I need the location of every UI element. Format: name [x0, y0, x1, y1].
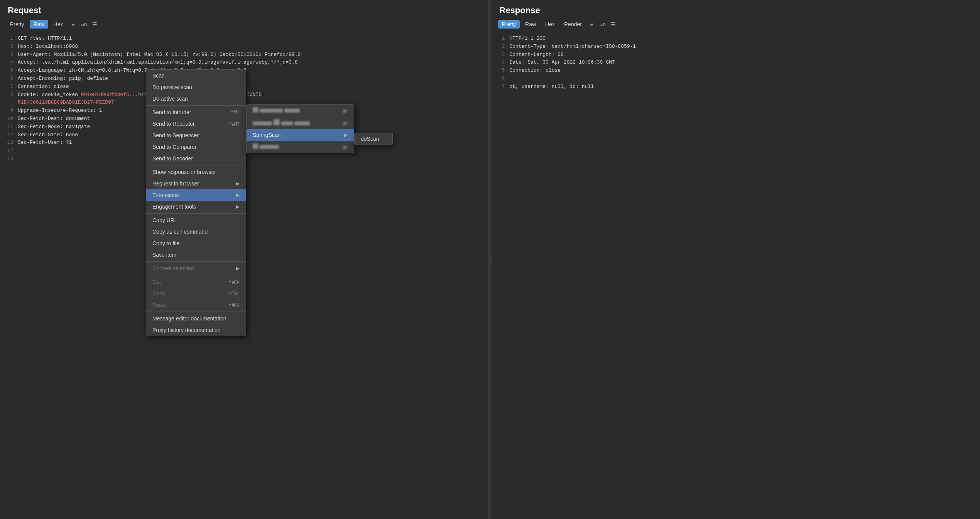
tab-raw-request[interactable]: Raw: [30, 20, 48, 29]
code-line: 4Date: Sat, 30 Apr 2022 10:06:30 GMT: [498, 59, 974, 67]
menu-item-extensions[interactable]: Extensions ▶: [146, 189, 246, 201]
menu-separator: [146, 165, 246, 165]
code-line: 2Content-Type: text/html;charset=ISO-885…: [498, 43, 974, 51]
menu-item-cut[interactable]: Cut ^⌘X: [146, 276, 246, 288]
menu-item-passive-scan[interactable]: Do passive scan: [146, 81, 246, 93]
code-line: 7ok, username: null, id: null: [498, 83, 974, 91]
menu-item-copy-file[interactable]: Copy to file: [146, 238, 246, 249]
submenu-arrow: ▶: [236, 204, 240, 209]
code-line: 6: [498, 75, 974, 83]
code-line: 4Accept: text/html,application/xhtml+xml…: [6, 59, 482, 67]
springscan-arrow: ▶: [344, 132, 348, 138]
menu-item-active-scan[interactable]: Do active scan: [146, 93, 246, 104]
menu-item-send-sequencer[interactable]: Send to Sequencer: [146, 130, 246, 141]
response-panel: Response Pretty Raw Hex Render ⇌ ↵n ☰ 1H…: [492, 0, 980, 519]
pretty-print-icon[interactable]: ⇌: [69, 21, 78, 28]
menu-icon[interactable]: ☰: [90, 21, 100, 28]
menu-response-icon[interactable]: ☰: [609, 21, 618, 28]
menu-item-request-browser[interactable]: Request in browser ▶: [146, 178, 246, 189]
main-layout: Request Pretty Raw Hex ⇌ ↵n ☰ 1GET /test…: [0, 0, 980, 519]
menu-item-send-intruder[interactable]: Send to Intruder ^⌘I: [146, 106, 246, 118]
request-title: Request: [0, 0, 488, 19]
menu-item-save-item[interactable]: Save item: [146, 249, 246, 261]
menu-separator: [146, 275, 246, 275]
context-menu: Scan Do passive scan Do active scan Send…: [146, 69, 246, 336]
submenu-arrow: ▶: [236, 192, 240, 198]
menu-item-proxy-history-docs[interactable]: Proxy history documentation: [146, 324, 246, 336]
menu-separator: [146, 261, 246, 262]
divider-dots: [490, 256, 491, 263]
divider-dot: [490, 262, 491, 263]
menu-item-doscan[interactable]: doScan: [355, 133, 392, 145]
tab-pretty-request[interactable]: Pretty: [6, 20, 28, 29]
tab-pretty-response[interactable]: Pretty: [498, 20, 520, 29]
menu-item-send-decoder[interactable]: Send to Decoder: [146, 153, 246, 164]
menu-item-copy-url[interactable]: Copy URL: [146, 214, 246, 226]
newline-icon[interactable]: ↵n: [79, 21, 89, 28]
submenu-arrow: ▶: [236, 181, 240, 186]
newline-response-icon[interactable]: ↵n: [598, 21, 607, 28]
divider-dot: [490, 259, 491, 260]
submenu-arrow: ▶: [236, 266, 240, 271]
panel-divider[interactable]: [489, 0, 492, 519]
extensions-item-blurred2: ▶: [247, 116, 354, 129]
response-title: Response: [492, 0, 980, 19]
response-toolbar: Pretty Raw Hex Render ⇌ ↵n ☰: [492, 19, 980, 32]
tab-hex-request[interactable]: Hex: [50, 20, 67, 29]
extensions-item-blurred3: ▶: [247, 141, 354, 153]
divider-dot: [490, 256, 491, 258]
menu-separator: [146, 312, 246, 312]
menu-item-message-editor-docs[interactable]: Message editor documentation: [146, 313, 246, 324]
menu-item-scan[interactable]: Scan: [146, 70, 246, 81]
extensions-item-blurred1: ▶: [247, 104, 354, 116]
menu-item-send-comparer[interactable]: Send to Comparer: [146, 141, 246, 153]
extensions-submenu: ▶ ▶ SpringScan ▶ ▶: [246, 104, 354, 153]
extensions-item-springscan[interactable]: SpringScan ▶: [247, 129, 354, 141]
tab-hex-response[interactable]: Hex: [541, 20, 559, 29]
request-toolbar: Pretty Raw Hex ⇌ ↵n ☰: [0, 19, 488, 32]
code-line: 3User-Agent: Mozilla/5.0 (Macintosh; Int…: [6, 51, 482, 59]
menu-item-send-repeater[interactable]: Send to Repeater ^⌘R: [146, 118, 246, 130]
response-code-area: 1HTTP/1.1 200 2Content-Type: text/html;c…: [492, 32, 980, 519]
tab-render-response[interactable]: Render: [560, 20, 586, 29]
springscan-submenu: doScan: [354, 133, 393, 145]
code-line: 2Host: localhost:8088: [6, 43, 482, 51]
menu-separator: [146, 105, 246, 106]
menu-item-copy-curl[interactable]: Copy as curl command: [146, 226, 246, 238]
request-panel: Request Pretty Raw Hex ⇌ ↵n ☰ 1GET /test…: [0, 0, 489, 519]
code-line: 1GET /test HTTP/1.1: [6, 35, 482, 43]
menu-item-copy[interactable]: Copy ^⌘C: [146, 288, 246, 299]
tab-raw-response[interactable]: Raw: [521, 20, 540, 29]
menu-item-engagement-tools[interactable]: Engagement tools ▶: [146, 201, 246, 212]
code-line: 3Content-Length: 28: [498, 51, 974, 59]
pretty-print-response-icon[interactable]: ⇌: [587, 21, 596, 28]
menu-item-convert-selection[interactable]: Convert selection ▶: [146, 263, 246, 274]
code-line: 1HTTP/1.1 200: [498, 35, 974, 43]
code-line: 5Connection: close: [498, 67, 974, 75]
menu-separator: [146, 213, 246, 214]
menu-item-show-response[interactable]: Show response in browser: [146, 166, 246, 178]
menu-item-paste[interactable]: Paste ^⌘V: [146, 299, 246, 311]
